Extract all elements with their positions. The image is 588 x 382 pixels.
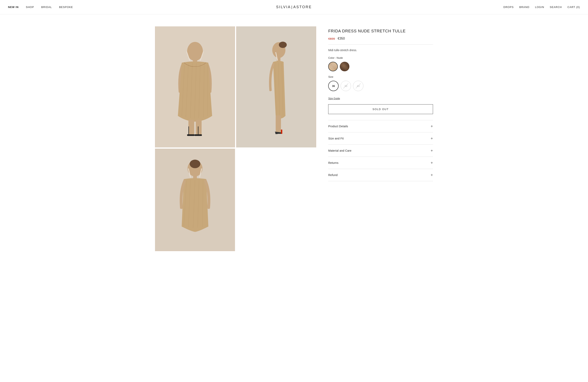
nav-login[interactable]: LOGIN (535, 6, 544, 9)
accordion-expand-icon-product-details: + (431, 124, 433, 128)
accordion-item-returns: Returns + (328, 157, 433, 169)
accordion: Product Details + Size and Fit + Materia… (328, 120, 433, 181)
size-btn-40[interactable]: 40 (353, 81, 363, 91)
accordion-item-size-and-fit: Size and Fit + (328, 132, 433, 144)
nav-drops[interactable]: DROPS (504, 6, 514, 9)
price-original: €699 (328, 37, 335, 40)
product-image-back (155, 149, 235, 251)
size-btn-36[interactable]: 36 (328, 81, 339, 91)
size-section: Size 36 38 40 (328, 75, 433, 91)
product-image-side (236, 26, 316, 148)
accordion-header-refund[interactable]: Refund + (328, 169, 433, 181)
accordion-header-size-and-fit[interactable]: Size and Fit + (328, 133, 433, 144)
accordion-item-material-and-care: Material and Care + (328, 144, 433, 157)
nav-bespoke[interactable]: BESPOKE (59, 6, 73, 9)
size-options: 36 38 40 (328, 81, 433, 91)
accordion-expand-icon-size-and-fit: + (431, 136, 433, 140)
color-section: Color : Nude (328, 56, 433, 71)
site-logo[interactable]: SILVIA|ASTORE (276, 5, 312, 9)
accordion-expand-icon-material-and-care: + (431, 149, 433, 153)
accordion-header-returns[interactable]: Returns + (328, 157, 433, 169)
accordion-label-size-and-fit: Size and Fit (328, 137, 344, 140)
svg-rect-14 (187, 134, 195, 136)
accordion-label-refund: Refund (328, 173, 337, 177)
color-swatches (328, 62, 433, 71)
header: NEW IN SHOP BRIDAL BESPOKE SILVIA|ASTORE… (0, 0, 588, 14)
product-description: Midi tulle-stretch dress. (328, 48, 433, 52)
product-title: FRIDA DRESS NUDE STRETCH TULLE (328, 28, 433, 34)
product-info: FRIDA DRESS NUDE STRETCH TULLE €699 €350… (316, 26, 433, 251)
svg-rect-12 (189, 120, 194, 136)
sold-out-button[interactable]: SOLD OUT (328, 104, 433, 114)
accordion-expand-icon-refund: + (431, 173, 433, 177)
color-label: Color : Nude (328, 56, 433, 59)
color-swatch-dark[interactable] (340, 62, 349, 71)
accordion-label-material-and-care: Material and Care (328, 149, 351, 152)
price-sale: €350 (338, 37, 345, 40)
accordion-expand-icon-returns: + (431, 161, 433, 165)
svg-rect-27 (281, 130, 282, 134)
nav-right: DROPS BRAND LOGIN SEARCH CART (0) (504, 6, 580, 9)
accordion-header-material-and-care[interactable]: Material and Care + (328, 145, 433, 157)
nav-bridal[interactable]: BRIDAL (41, 6, 52, 9)
accordion-label-product-details: Product Details (328, 125, 348, 128)
nav-search[interactable]: SEARCH (550, 6, 562, 9)
divider-1 (328, 44, 433, 45)
size-guide-link[interactable]: Size Guide (328, 97, 340, 100)
size-label: Size (328, 75, 433, 78)
accordion-header-product-details[interactable]: Product Details + (328, 120, 433, 132)
svg-point-20 (279, 41, 287, 48)
svg-point-30 (189, 160, 200, 168)
accordion-label-returns: Returns (328, 161, 338, 164)
svg-rect-13 (196, 120, 202, 136)
nav-cart[interactable]: CART (0) (567, 6, 580, 9)
nav-left: NEW IN SHOP BRIDAL BESPOKE (8, 6, 73, 9)
nav-shop[interactable]: SHOP (26, 6, 34, 9)
price-row: €699 €350 (328, 37, 433, 40)
nav-new-in[interactable]: NEW IN (8, 6, 19, 9)
page-container: FRIDA DRESS NUDE STRETCH TULLE €699 €350… (147, 14, 441, 263)
svg-rect-26 (276, 115, 281, 133)
nav-brand[interactable]: BRAND (519, 6, 529, 9)
accordion-item-refund: Refund + (328, 169, 433, 181)
size-btn-38[interactable]: 38 (341, 81, 351, 91)
accordion-item-product-details: Product Details + (328, 120, 433, 132)
product-image-grid (155, 26, 316, 251)
product-image-front (155, 26, 235, 148)
color-swatch-nude[interactable] (328, 62, 338, 71)
